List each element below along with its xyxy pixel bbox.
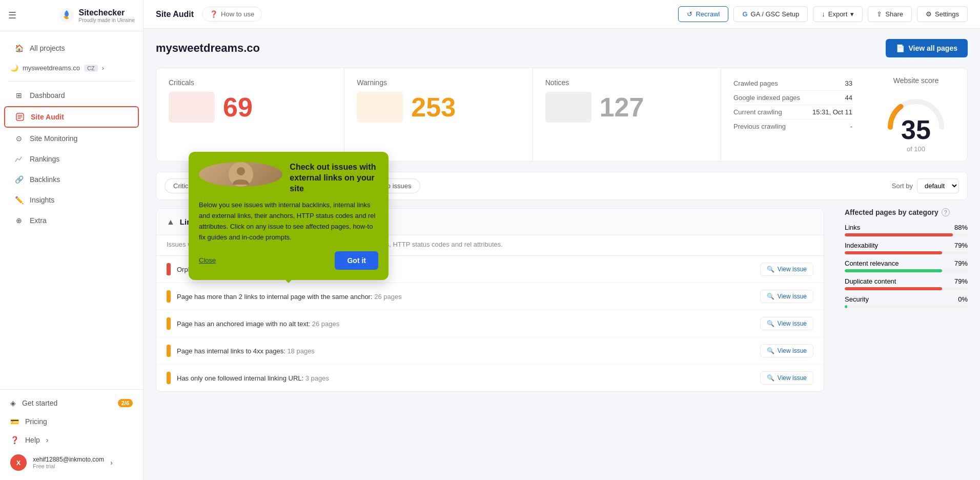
diamond-icon: ◈: [10, 399, 16, 407]
view-issue-button-3[interactable]: 🔍 View issue: [760, 344, 813, 357]
recrawl-button[interactable]: ↺ Recrawl: [678, 6, 728, 22]
sidebar-item-backlinks[interactable]: 🔗 Backlinks: [4, 170, 139, 189]
search-icon-1: 🔍: [767, 293, 774, 300]
nav-divider: [8, 81, 135, 82]
view-issue-button-0[interactable]: 🔍 View issue: [760, 263, 813, 276]
sidebar-item-site-monitoring[interactable]: ⊙ Site Monitoring: [4, 129, 139, 148]
ga-gsc-button[interactable]: G GA / GSC Setup: [733, 6, 808, 22]
tooltip-close-button[interactable]: Close: [199, 256, 216, 264]
chevron-right-user: ›: [110, 458, 113, 467]
affected-pages-title: Affected pages by category ?: [845, 208, 968, 216]
pricing-label: Pricing: [25, 417, 47, 426]
google-icon: G: [742, 10, 747, 18]
warnings-bar: [357, 92, 403, 123]
right-panel: Affected pages by category ? Links 88% I…: [834, 208, 968, 392]
insights-icon: ✏️: [14, 195, 24, 205]
rp-links-bar-bg: [845, 233, 968, 236]
tooltip-body: Below you see issues with internal backl…: [199, 200, 378, 243]
criticals-stat: Criticals 69: [156, 68, 344, 161]
rp-item-duplicate-content: Duplicate content 79%: [845, 277, 968, 290]
issue-row-3: Page has internal links to 4xx pages: 18…: [156, 337, 824, 365]
recrawl-label: Recrawl: [696, 10, 720, 18]
main-area: Site Audit ❓ How to use ↺ Recrawl G GA /…: [144, 0, 980, 480]
tooltip-avatar: [199, 162, 282, 187]
sort-select[interactable]: default: [917, 178, 959, 193]
sidebar-item-user[interactable]: X xehif12885@inkmoto.com Free trial ›: [0, 449, 143, 476]
view-issue-button-4[interactable]: 🔍 View issue: [760, 371, 813, 385]
chevron-right-help: ›: [46, 436, 49, 444]
issue-indicator-4: [167, 372, 171, 384]
issue-count-3: 18 pages: [287, 347, 315, 355]
issue-indicator-1: [167, 290, 171, 303]
warnings-stat: Warnings 253: [344, 68, 533, 161]
sidebar-item-extra[interactable]: ⊕ Extra: [4, 211, 139, 230]
svg-point-3: [237, 167, 245, 175]
issue-indicator-3: [167, 345, 171, 357]
sidebar-item-help[interactable]: ❓ Help ›: [0, 431, 143, 449]
pricing-icon: 💳: [10, 417, 19, 426]
rp-indexability-label: Indexability: [845, 242, 878, 249]
chevron-right-icon: ›: [102, 64, 104, 72]
sidebar-project-item[interactable]: 🌙 mysweetdreams.co CZ ›: [0, 59, 143, 77]
settings-button[interactable]: ⚙ Settings: [917, 6, 968, 22]
monitor-icon: ⊙: [14, 134, 24, 143]
tooltip-header: Check out issues with external links on …: [199, 162, 378, 194]
rankings-label: Rankings: [30, 155, 59, 163]
view-issue-button-2[interactable]: 🔍 View issue: [760, 317, 813, 330]
view-issue-label-1: View issue: [778, 293, 807, 300]
sidebar-footer: ◈ Get started 2/6 💳 Pricing ❓ Help › X x…: [0, 389, 143, 480]
issue-indicator-0: [167, 263, 171, 275]
rp-links-percent: 88%: [954, 224, 968, 231]
rp-security-bar-bg: [845, 305, 968, 308]
user-plan: Free trial: [33, 463, 104, 469]
sidebar-item-insights[interactable]: ✏️ Insights: [4, 190, 139, 210]
sidebar-item-get-started[interactable]: ◈ Get started 2/6: [0, 394, 143, 412]
rp-indexability-percent: 79%: [954, 242, 968, 249]
issue-row-1: Page has more than 2 links to internal p…: [156, 283, 824, 310]
rp-item-security: Security 0%: [845, 295, 968, 308]
crawled-pages-value: 33: [845, 79, 852, 87]
site-audit-label: Site Audit: [31, 113, 64, 121]
home-icon: 🏠: [14, 44, 24, 53]
sidebar-item-rankings[interactable]: Rankings: [4, 149, 139, 169]
current-crawling-row: Current crawling 15:31, Oct 11: [733, 105, 852, 119]
chart-icon: [14, 154, 24, 164]
export-label: Export: [828, 10, 848, 18]
moon-icon: 🌙: [10, 64, 18, 72]
sidebar-item-dashboard[interactable]: ⊞ Dashboard: [4, 86, 139, 105]
view-all-pages-button[interactable]: 📄 View all pages: [886, 39, 968, 57]
issue-text-3: Page has internal links to 4xx pages: 18…: [177, 347, 760, 355]
extra-label: Extra: [30, 216, 47, 225]
rp-content-label: Content relevance: [845, 259, 899, 267]
search-icon-3: 🔍: [767, 347, 774, 354]
crawled-pages-row: Crawled pages 33: [733, 76, 852, 91]
export-button[interactable]: ↓ Export ▾: [813, 6, 863, 22]
meta-stats: Crawled pages 33 Google indexed pages 44…: [721, 68, 865, 161]
issue-count-2: 26 pages: [312, 320, 340, 328]
how-to-use-button[interactable]: ❓ How to use: [202, 7, 262, 22]
project-name: mysweetdreams.co: [23, 64, 80, 72]
notices-stat: Notices 127: [533, 68, 721, 161]
view-issue-label-4: View issue: [778, 374, 807, 382]
tooltip-got-it-button[interactable]: Got it: [335, 251, 378, 270]
share-button[interactable]: ⇧ Share: [868, 6, 912, 22]
warnings-content: 253: [357, 92, 520, 123]
website-score-of: of 100: [901, 145, 931, 153]
notices-label: Notices: [545, 78, 708, 87]
website-score-block: Website score 35 of 100: [865, 68, 967, 161]
sidebar-item-site-audit[interactable]: Site Audit: [4, 106, 139, 128]
current-crawling-value: 15:31, Oct 11: [812, 108, 852, 116]
sidebar-item-pricing[interactable]: 💳 Pricing: [0, 412, 143, 431]
warnings-label: Warnings: [357, 78, 520, 87]
google-indexed-label: Google indexed pages: [733, 94, 800, 102]
sidebar: ☰ Sitechecker Proudly made in Ukraine 🏠 …: [0, 0, 144, 480]
rp-duplicate-bar-bg: [845, 287, 968, 290]
view-issue-button-1[interactable]: 🔍 View issue: [760, 290, 813, 303]
sort-wrapper: Sort by default: [892, 178, 959, 193]
sort-label: Sort by: [892, 182, 913, 190]
sidebar-item-all-projects[interactable]: 🏠 All projects: [4, 38, 139, 58]
insights-label: Insights: [30, 196, 54, 204]
hamburger-icon[interactable]: ☰: [8, 10, 16, 21]
rp-security-label: Security: [845, 295, 869, 303]
rp-security-bar: [845, 305, 847, 308]
